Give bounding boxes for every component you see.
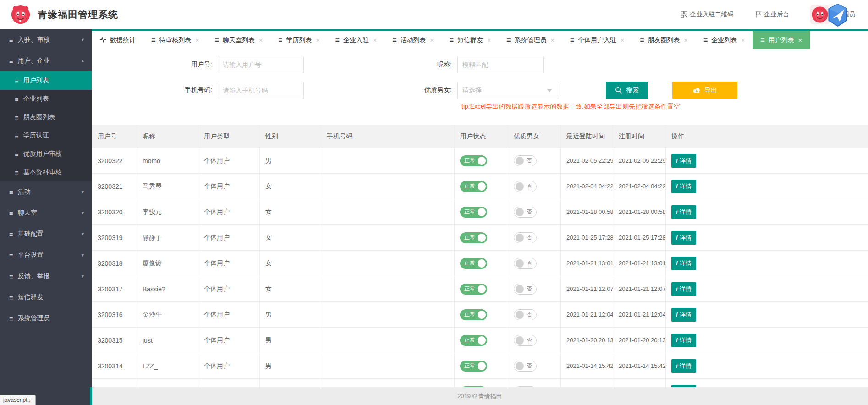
tab-item-5[interactable]: ≡活动列表× bbox=[385, 31, 442, 49]
info-icon: i bbox=[676, 337, 678, 344]
quality-select[interactable]: 请选择 bbox=[457, 82, 559, 99]
tab-label: 聊天室列表 bbox=[223, 36, 255, 44]
quality-toggle[interactable]: 否 bbox=[514, 361, 537, 372]
scrollbar-thumb[interactable] bbox=[90, 387, 92, 405]
tab-item-3[interactable]: ≡学历列表× bbox=[270, 31, 328, 49]
sidebar-item-7[interactable]: ≡短信群发 bbox=[0, 287, 92, 308]
toggle-knob bbox=[478, 311, 486, 319]
tab-close-icon[interactable]: × bbox=[259, 37, 263, 44]
cell-last-login: 2021-01-28 00:58 bbox=[561, 199, 613, 225]
tab-item-0[interactable]: 数据统计 bbox=[92, 31, 143, 49]
tab-item-7[interactable]: ≡系统管理员× bbox=[499, 31, 562, 49]
detail-button[interactable]: i详情 bbox=[671, 282, 696, 296]
sidebar-item-4[interactable]: ≡基础配置▼ bbox=[0, 224, 92, 245]
export-button[interactable]: 导出 bbox=[672, 82, 737, 99]
detail-button[interactable]: i详情 bbox=[671, 180, 696, 193]
tab-close-icon[interactable]: × bbox=[684, 37, 688, 44]
detail-button[interactable]: i详情 bbox=[671, 257, 696, 270]
tab-item-2[interactable]: ≡聊天室列表× bbox=[207, 31, 271, 49]
tab-close-icon[interactable]: × bbox=[487, 37, 491, 44]
sidebar-item-3[interactable]: ≡聊天室▼ bbox=[0, 202, 92, 224]
user-menu[interactable]: 管理员 bbox=[810, 5, 858, 24]
user-id-input[interactable] bbox=[218, 56, 304, 73]
sidebar-item-0[interactable]: ≡入驻、审核▼ bbox=[0, 29, 92, 50]
status-toggle-label: 正常 bbox=[464, 311, 475, 318]
nickname-input[interactable] bbox=[457, 56, 544, 73]
sidebar-subitem-1[interactable]: ≡企业列表 bbox=[0, 90, 92, 108]
tab-item-4[interactable]: ≡企业入驻× bbox=[328, 31, 385, 49]
detail-button[interactable]: i详情 bbox=[671, 154, 696, 168]
tab-close-icon[interactable]: × bbox=[551, 37, 555, 44]
status-toggle[interactable]: 正常 bbox=[460, 335, 487, 346]
status-toggle[interactable]: 正常 bbox=[460, 361, 487, 372]
copyright-text: 2019 © 青缘福田 bbox=[457, 392, 502, 400]
table-header-cell: 用户号 bbox=[92, 125, 137, 148]
tab-close-icon[interactable]: × bbox=[316, 37, 319, 44]
tab-close-icon[interactable]: × bbox=[741, 37, 745, 44]
tab-item-9[interactable]: ≡朋友圈列表× bbox=[632, 31, 696, 49]
tab-close-icon[interactable]: × bbox=[621, 37, 624, 44]
status-toggle[interactable]: 正常 bbox=[460, 155, 487, 166]
tab-close-icon[interactable]: × bbox=[798, 37, 802, 44]
tab-close-icon[interactable]: × bbox=[430, 37, 434, 44]
sidebar-subitem-3[interactable]: ≡学历认证 bbox=[0, 126, 92, 145]
status-toggle[interactable]: 正常 bbox=[460, 232, 487, 243]
sidebar-item-1[interactable]: ≡用户、企业▲ bbox=[0, 50, 92, 71]
cell-user-id: 3200321 bbox=[92, 174, 137, 199]
cell-gender: 女 bbox=[260, 276, 321, 302]
status-toggle[interactable]: 正常 bbox=[460, 258, 487, 269]
tab-item-1[interactable]: ≡待审核列表× bbox=[143, 31, 207, 49]
cell-user-type: 个体用户 bbox=[198, 353, 260, 379]
toggle-knob bbox=[516, 157, 524, 165]
search-button[interactable]: 搜索 bbox=[606, 82, 648, 99]
sidebar-item-5[interactable]: ≡平台设置▼ bbox=[0, 245, 92, 266]
tab-close-icon[interactable]: × bbox=[195, 37, 199, 44]
cell-gender bbox=[260, 379, 321, 388]
sidebar-item-label: 系统管理员 bbox=[18, 314, 50, 323]
status-toggle[interactable]: 正常 bbox=[460, 284, 487, 295]
toggle-knob bbox=[478, 259, 486, 268]
cell-user-type: 个体用户 bbox=[198, 251, 260, 276]
tab-item-10[interactable]: ≡企业列表× bbox=[696, 31, 753, 49]
sidebar-subitem-5[interactable]: ≡基本资料审核 bbox=[0, 163, 92, 181]
tab-close-icon[interactable]: × bbox=[373, 37, 377, 44]
quality-toggle[interactable]: 否 bbox=[514, 232, 537, 243]
enterprise-backend-link[interactable]: 企业后台 bbox=[755, 11, 789, 19]
sidebar-item-8[interactable]: ≡系统管理员 bbox=[0, 308, 92, 329]
quality-toggle[interactable]: 否 bbox=[514, 207, 537, 218]
sidebar-item-6[interactable]: ≡反馈、举报▼ bbox=[0, 266, 92, 287]
status-toggle[interactable]: 正常 bbox=[460, 309, 487, 320]
chevron-down-icon: ▼ bbox=[81, 232, 85, 236]
detail-button[interactable]: i详情 bbox=[671, 231, 696, 245]
quality-toggle[interactable]: 否 bbox=[514, 258, 537, 269]
content-area: 数据统计≡待审核列表×≡聊天室列表×≡学历列表×≡企业入驻×≡活动列表×≡短信群… bbox=[92, 29, 868, 405]
cell-gender: 男 bbox=[260, 328, 321, 353]
extension-bird-icon[interactable] bbox=[826, 3, 850, 27]
table-header-cell: 用户类型 bbox=[198, 125, 260, 148]
quality-toggle[interactable]: 否 bbox=[514, 309, 537, 320]
cell-register-time bbox=[613, 379, 666, 388]
status-toggle[interactable]: 正常 bbox=[460, 207, 487, 218]
sidebar-subitem-0[interactable]: ≡用户列表 bbox=[0, 71, 92, 90]
sidebar-subitem-4[interactable]: ≡优质用户审核 bbox=[0, 145, 92, 163]
cell-last-login: 2021-01-21 13:01 bbox=[561, 251, 613, 276]
tab-item-11[interactable]: ≡用户列表× bbox=[753, 31, 810, 49]
sidebar-subitem-2[interactable]: ≡朋友圈列表 bbox=[0, 108, 92, 126]
detail-button[interactable]: i详情 bbox=[671, 334, 696, 347]
quality-toggle[interactable]: 否 bbox=[514, 155, 537, 166]
sidebar-item-2[interactable]: ≡活动▼ bbox=[0, 181, 92, 202]
tab-bar: 数据统计≡待审核列表×≡聊天室列表×≡学历列表×≡企业入驻×≡活动列表×≡短信群… bbox=[92, 29, 868, 49]
qr-code-link[interactable]: 企业入驻二维码 bbox=[681, 11, 734, 19]
detail-button[interactable]: i详情 bbox=[671, 205, 696, 219]
phone-input[interactable] bbox=[218, 82, 304, 99]
quality-toggle[interactable]: 否 bbox=[514, 181, 537, 192]
quality-toggle[interactable]: 否 bbox=[514, 335, 537, 346]
page-title: 青缘福田管理系统 bbox=[38, 8, 118, 21]
cell-status: 正常 bbox=[455, 174, 508, 199]
detail-button[interactable]: i详情 bbox=[671, 359, 696, 373]
tab-item-8[interactable]: ≡个体用户入驻× bbox=[562, 31, 632, 49]
quality-toggle[interactable]: 否 bbox=[514, 284, 537, 295]
tab-item-6[interactable]: ≡短信群发× bbox=[442, 31, 499, 49]
status-toggle[interactable]: 正常 bbox=[460, 181, 487, 192]
detail-button[interactable]: i详情 bbox=[671, 308, 696, 322]
